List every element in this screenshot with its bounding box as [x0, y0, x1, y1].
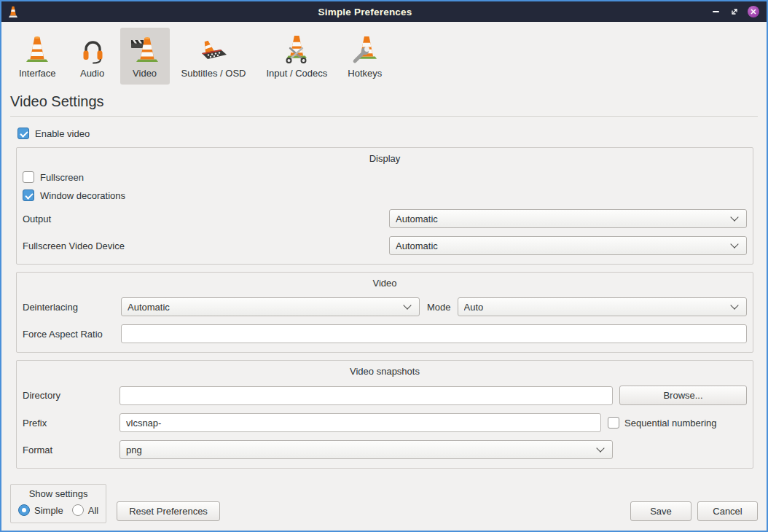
mode-label: Mode	[427, 302, 451, 313]
directory-label: Directory	[23, 390, 119, 401]
force-aspect-ratio-label: Force Aspect Ratio	[23, 329, 121, 340]
page-title: Video Settings	[10, 93, 758, 110]
prefix-label: Prefix	[23, 418, 119, 429]
output-dropdown[interactable]: Automatic	[389, 209, 747, 228]
settings-content: Enable video Display Fullscreen Window d…	[1, 117, 767, 484]
tab-subtitles-osd-label: Subtitles / OSD	[181, 68, 246, 79]
tab-input-codecs-label: Input / Codecs	[266, 68, 327, 79]
deinterlacing-dropdown-value: Automatic	[128, 302, 400, 313]
tab-audio-label: Audio	[80, 68, 104, 79]
prefix-row: Prefix Sequential numbering	[23, 413, 747, 432]
deinterlace-mode-dropdown-value: Auto	[464, 302, 727, 313]
chevron-down-icon	[730, 213, 738, 221]
format-row: Format png	[23, 440, 747, 459]
tab-interface[interactable]: Interface	[10, 28, 65, 85]
fullscreen-video-device-dropdown-value: Automatic	[396, 240, 727, 251]
all-radio-label: All	[88, 505, 98, 516]
tab-input-codecs[interactable]: Input / Codecs	[257, 28, 336, 85]
simple-radio[interactable]	[18, 504, 30, 516]
vlc-cone-icon	[21, 32, 53, 64]
subtitles-osd-icon	[197, 32, 230, 64]
video-snapshots-group-title: Video snapshots	[23, 364, 747, 381]
output-label: Output	[23, 214, 389, 224]
cancel-button[interactable]: Cancel	[697, 501, 758, 521]
reset-preferences-button[interactable]: Reset Preferences	[117, 501, 220, 521]
chevron-down-icon	[730, 240, 738, 248]
deinterlace-mode-dropdown[interactable]: Auto	[458, 297, 747, 316]
chevron-down-icon	[730, 301, 738, 309]
display-group-title: Display	[23, 152, 747, 168]
close-button[interactable]	[748, 6, 759, 17]
hotkeys-icon	[349, 32, 381, 64]
prefix-input[interactable]	[119, 413, 601, 432]
fullscreen-label: Fullscreen	[40, 172, 84, 183]
browse-button[interactable]: Browse...	[619, 386, 747, 405]
window-decorations-row: Window decorations	[23, 189, 747, 201]
video-cone-icon	[129, 32, 161, 64]
tab-hotkeys[interactable]: Hotkeys	[339, 28, 391, 85]
show-settings-groupbox: Show settings Simple All	[10, 484, 106, 523]
show-settings-all-option[interactable]: All	[72, 504, 98, 516]
sequential-numbering-row: Sequential numbering	[608, 417, 747, 429]
enable-video-row: Enable video	[17, 128, 753, 139]
input-codecs-icon	[281, 32, 313, 64]
directory-input[interactable]	[119, 386, 613, 405]
deinterlacing-label: Deinterlacing	[23, 302, 121, 313]
enable-video-checkbox[interactable]	[17, 128, 29, 139]
video-group-title: Video	[23, 276, 747, 293]
directory-row: Directory Browse...	[23, 386, 747, 405]
show-settings-simple-option[interactable]: Simple	[18, 504, 63, 516]
footer: Show settings Simple All Reset Preferenc…	[1, 484, 767, 531]
tab-hotkeys-label: Hotkeys	[348, 68, 382, 79]
tab-video-label: Video	[133, 68, 157, 79]
simple-radio-label: Simple	[34, 505, 63, 516]
enable-video-label: Enable video	[35, 128, 90, 139]
fullscreen-video-device-dropdown[interactable]: Automatic	[389, 236, 747, 255]
fullscreen-row: Fullscreen	[23, 171, 747, 183]
format-label: Format	[23, 445, 119, 455]
output-row: Output Automatic	[23, 209, 747, 228]
fullscreen-video-device-label: Fullscreen Video Device	[23, 240, 389, 251]
vlc-app-icon	[6, 4, 20, 20]
deinterlacing-row: Deinterlacing Automatic Mode Auto	[23, 297, 747, 316]
chevron-down-icon	[596, 444, 604, 452]
restore-button[interactable]	[729, 6, 740, 17]
deinterlacing-dropdown[interactable]: Automatic	[121, 297, 420, 316]
force-aspect-ratio-input[interactable]	[121, 324, 747, 343]
close-icon	[751, 9, 756, 15]
window-decorations-label: Window decorations	[40, 190, 125, 201]
output-dropdown-value: Automatic	[396, 214, 727, 224]
format-dropdown[interactable]: png	[119, 440, 613, 459]
video-snapshots-groupbox: Video snapshots Directory Browse... Pref…	[16, 360, 753, 469]
tab-interface-label: Interface	[19, 68, 56, 79]
category-toolbar: Interface Audio	[1, 22, 767, 87]
tab-subtitles-osd[interactable]: Subtitles / OSD	[173, 28, 255, 85]
display-groupbox: Display Fullscreen Window decorations Ou…	[16, 147, 753, 265]
sequential-numbering-label: Sequential numbering	[624, 418, 716, 429]
headphones-icon	[77, 32, 109, 64]
tab-video[interactable]: Video	[120, 28, 170, 85]
show-settings-title: Show settings	[18, 488, 98, 504]
preferences-window: Simple Preferences	[0, 0, 768, 532]
tab-audio[interactable]: Audio	[68, 28, 117, 85]
restore-icon	[730, 7, 739, 16]
force-aspect-ratio-row: Force Aspect Ratio	[23, 324, 747, 343]
minimize-button[interactable]	[710, 6, 721, 17]
window-decorations-checkbox[interactable]	[23, 189, 34, 201]
video-groupbox: Video Deinterlacing Automatic Mode Auto …	[16, 272, 753, 353]
chevron-down-icon	[403, 301, 411, 309]
window-controls	[710, 6, 762, 17]
fullscreen-video-device-row: Fullscreen Video Device Automatic	[23, 236, 747, 255]
titlebar: Simple Preferences	[1, 1, 767, 22]
format-dropdown-value: png	[126, 445, 593, 455]
save-button[interactable]: Save	[630, 501, 691, 521]
fullscreen-checkbox[interactable]	[23, 171, 34, 183]
sequential-numbering-checkbox[interactable]	[608, 417, 619, 429]
all-radio[interactable]	[72, 504, 84, 516]
window-title: Simple Preferences	[20, 7, 710, 17]
